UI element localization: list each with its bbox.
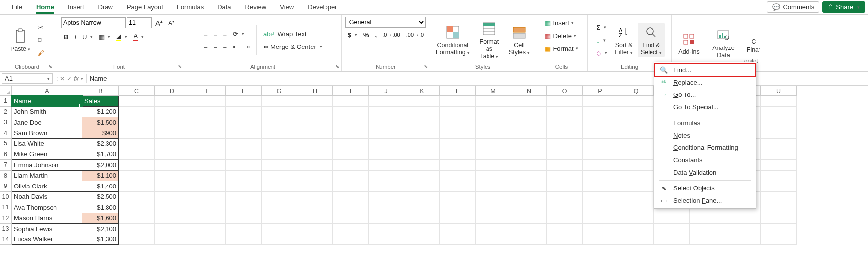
column-header-H[interactable]: H	[297, 86, 333, 96]
cell[interactable]	[761, 192, 797, 203]
cell[interactable]	[404, 107, 440, 118]
cell[interactable]	[583, 171, 618, 182]
cell[interactable]	[297, 149, 333, 160]
cell[interactable]	[369, 107, 404, 118]
cell[interactable]	[190, 171, 226, 182]
align-right-button[interactable]: ≡	[220, 41, 229, 52]
cell[interactable]	[476, 171, 511, 182]
cell[interactable]	[155, 139, 190, 149]
cell[interactable]	[618, 181, 654, 192]
cell[interactable]	[297, 128, 333, 139]
cell[interactable]	[369, 192, 404, 203]
cell-B9[interactable]: $1,400	[82, 181, 119, 192]
fill-button[interactable]: ↓	[594, 34, 610, 46]
cell[interactable]	[440, 160, 476, 171]
cell-B8[interactable]: $1,100	[82, 171, 119, 182]
cell[interactable]	[369, 149, 404, 160]
cell-B10[interactable]: $2,500	[82, 192, 119, 203]
cell[interactable]	[761, 107, 797, 118]
decrease-indent-button[interactable]: ⇤	[230, 41, 241, 52]
cell[interactable]	[262, 107, 297, 118]
cell[interactable]	[333, 149, 369, 160]
align-bottom-button[interactable]: ≡	[220, 28, 229, 40]
column-header-U[interactable]: U	[761, 86, 797, 96]
fill-color-button[interactable]: ◢	[114, 31, 130, 43]
cell[interactable]	[511, 128, 547, 139]
cell[interactable]	[333, 139, 369, 149]
clear-button[interactable]: ◇	[594, 47, 610, 59]
cell[interactable]	[119, 117, 155, 128]
cell[interactable]	[262, 171, 297, 182]
cell[interactable]	[440, 117, 476, 128]
cell[interactable]	[440, 96, 476, 107]
cell[interactable]	[725, 234, 761, 245]
sort-filter-button[interactable]: AZ Sort & Filter	[612, 23, 636, 57]
cell[interactable]	[333, 117, 369, 128]
number-launcher[interactable]: ⬊	[424, 64, 428, 69]
font-size-select[interactable]	[127, 17, 152, 28]
cell[interactable]	[583, 192, 618, 203]
increase-font-button[interactable]: A▴	[153, 17, 165, 29]
cell[interactable]	[618, 149, 654, 160]
cell[interactable]	[226, 202, 262, 213]
cell[interactable]	[119, 224, 155, 234]
cell[interactable]	[119, 139, 155, 149]
cell[interactable]	[618, 96, 654, 107]
alignment-launcher[interactable]: ⬊	[335, 64, 339, 69]
cell[interactable]	[297, 202, 333, 213]
dropdown-selection-pane[interactable]: ▭ Selection Pane...	[654, 194, 756, 207]
cell[interactable]	[511, 160, 547, 171]
align-left-button[interactable]: ≡	[201, 41, 210, 52]
column-header-D[interactable]: D	[155, 86, 190, 96]
cell[interactable]	[618, 171, 654, 182]
format-painter-button[interactable]: 🖌	[35, 47, 47, 59]
cell[interactable]	[511, 171, 547, 182]
row-header-3[interactable]: 3	[0, 117, 12, 128]
cell[interactable]	[333, 96, 369, 107]
cell[interactable]	[618, 139, 654, 149]
conditional-formatting-button[interactable]: Conditional Formatting	[433, 23, 473, 57]
cell[interactable]	[119, 149, 155, 160]
cell[interactable]	[297, 171, 333, 182]
cell[interactable]	[511, 234, 547, 245]
column-header-N[interactable]: N	[511, 86, 547, 96]
dropdown-notes[interactable]: Notes	[654, 129, 756, 141]
cell[interactable]	[333, 192, 369, 203]
increase-decimal-button[interactable]: .0→.00	[380, 29, 402, 41]
tab-data[interactable]: Data	[211, 1, 238, 13]
cell-B3[interactable]: $1,500	[82, 117, 119, 128]
select-all-corner[interactable]	[0, 86, 12, 96]
cell[interactable]	[369, 117, 404, 128]
cell[interactable]	[511, 96, 547, 107]
tab-page-layout[interactable]: Page Layout	[120, 1, 170, 13]
font-color-button[interactable]: A	[131, 31, 146, 43]
cell[interactable]	[333, 128, 369, 139]
dropdown-select-objects[interactable]: ⬉ Select Objects	[654, 182, 756, 194]
cell[interactable]	[190, 213, 226, 224]
cell[interactable]	[547, 149, 583, 160]
cell[interactable]	[226, 149, 262, 160]
cell[interactable]	[333, 202, 369, 213]
number-format-select[interactable]: General	[345, 17, 426, 28]
cell[interactable]	[761, 96, 797, 107]
cut-button[interactable]: ✂	[35, 21, 47, 33]
cell[interactable]	[226, 139, 262, 149]
tab-view[interactable]: View	[273, 1, 301, 13]
row-header-10[interactable]: 10	[0, 192, 12, 203]
cell[interactable]	[226, 96, 262, 107]
cell[interactable]	[119, 171, 155, 182]
tab-review[interactable]: Review	[238, 1, 273, 13]
cell[interactable]	[476, 160, 511, 171]
cell[interactable]	[119, 213, 155, 224]
cell[interactable]	[618, 192, 654, 203]
cell[interactable]	[155, 96, 190, 107]
dropdown-find[interactable]: 🔍 Find...	[654, 64, 756, 76]
cell[interactable]	[369, 213, 404, 224]
cell[interactable]	[333, 234, 369, 245]
find-select-button[interactable]: Find & Select	[638, 23, 665, 57]
cell[interactable]	[654, 213, 690, 224]
cell[interactable]	[761, 149, 797, 160]
cell[interactable]	[654, 234, 690, 245]
cell[interactable]	[404, 213, 440, 224]
cell[interactable]	[547, 171, 583, 182]
